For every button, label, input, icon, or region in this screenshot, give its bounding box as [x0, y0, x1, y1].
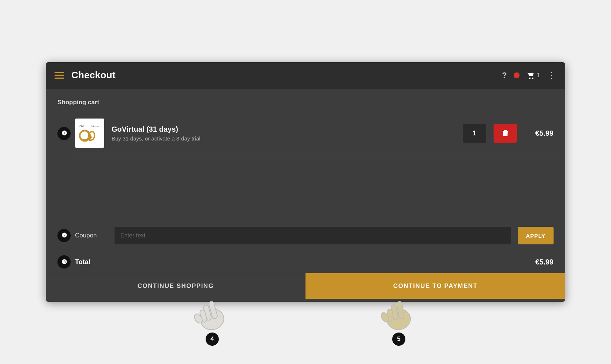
cart-item: Go Virtual GoVirtual (31 days) Buy 31 da… [75, 113, 554, 154]
svg-text:Go: Go [79, 124, 84, 128]
cart-count: 1 [537, 72, 540, 79]
hamburger-icon[interactable] [55, 72, 64, 79]
header: Checkout ? 1 ⋮ [46, 62, 565, 89]
total-amount: €5.99 [535, 258, 554, 266]
cursor-area: 4 5 [46, 286, 565, 349]
status-dot [514, 72, 520, 78]
product-thumbnail: Go Virtual [75, 119, 104, 148]
svg-point-0 [529, 78, 531, 79]
total-label: Total [75, 258, 531, 266]
trash-icon [501, 129, 510, 138]
coupon-label: Coupon [75, 232, 108, 239]
more-icon[interactable]: ⋮ [547, 70, 556, 80]
govirtual-logo: Go Virtual [77, 120, 102, 146]
cart-icon [526, 71, 536, 79]
product-name: GoVirtual (31 days) [112, 125, 456, 134]
cart-spacer [57, 154, 554, 220]
delete-button[interactable] [494, 124, 517, 143]
cursor-number-right: 5 [392, 333, 405, 346]
product-description: Buy 31 days, or activate a 3-day trial [112, 135, 456, 142]
step-badge-1: ❶ [57, 127, 71, 140]
product-info: GoVirtual (31 days) Buy 31 days, or acti… [112, 125, 456, 142]
total-row: Total €5.99 [75, 251, 554, 273]
svg-point-6 [89, 135, 91, 137]
product-price: €5.99 [524, 129, 554, 138]
svg-text:Virtual: Virtual [91, 125, 99, 128]
cursor-right: 5 [381, 290, 417, 346]
step-badge-3: ❸ [57, 255, 71, 269]
svg-point-1 [532, 78, 533, 79]
quantity-display: 1 [463, 124, 486, 143]
cursor-left: 4 [194, 290, 230, 346]
cursor-number-left: 4 [206, 333, 219, 346]
hand-cursor-right [381, 290, 417, 330]
main-content: Shopping cart ❶ Go Virtual [46, 89, 565, 299]
step-badge-2: ❷ [57, 229, 71, 242]
hand-cursor-left [194, 290, 230, 330]
coupon-input[interactable] [115, 227, 511, 244]
cart-button[interactable]: 1 [526, 71, 540, 79]
coupon-section: ❷ Coupon APPLY [57, 220, 554, 251]
app-container: Checkout ? 1 ⋮ Shopping cart [46, 62, 565, 302]
header-right: ? 1 ⋮ [502, 70, 556, 80]
header-left: Checkout [55, 70, 502, 81]
help-icon[interactable]: ? [502, 71, 507, 80]
coupon-row: Coupon APPLY [75, 220, 554, 251]
apply-coupon-button[interactable]: APPLY [518, 227, 554, 244]
page-title: Checkout [71, 70, 116, 81]
total-section: ❸ Total €5.99 [57, 251, 554, 273]
section-label: Shopping cart [57, 99, 554, 106]
